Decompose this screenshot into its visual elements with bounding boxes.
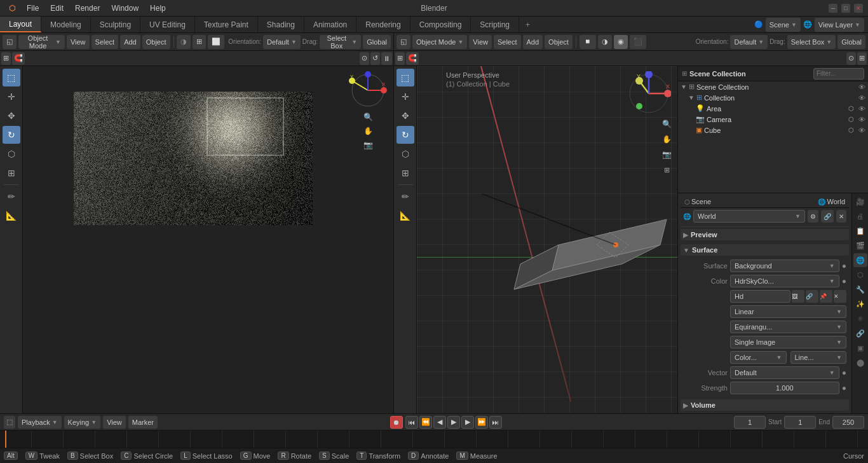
str-dot[interactable]: ●: [842, 384, 846, 392]
props-output-icon[interactable]: 🖨: [853, 209, 867, 223]
tab-layout[interactable]: Layout: [0, 17, 41, 32]
tab-texture-paint[interactable]: Texture Paint: [195, 17, 258, 32]
blender-logo[interactable]: ⬡: [4, 3, 20, 14]
prev-keyframe-btn[interactable]: ⏪: [419, 416, 432, 429]
right-shading4[interactable]: ⬛: [630, 35, 646, 49]
camera-left[interactable]: 📷: [362, 139, 374, 151]
props-physics-icon[interactable]: ⚛: [853, 312, 867, 326]
props-scene-icon[interactable]: 🎬: [853, 238, 867, 252]
props-constraints-icon[interactable]: 🔗: [853, 326, 867, 340]
tab-uv-editing[interactable]: UV Editing: [140, 17, 195, 32]
left-viewport-icon[interactable]: ◱: [3, 35, 17, 49]
vector-dropdown[interactable]: Default ▼: [730, 366, 839, 379]
world-name-input[interactable]: World ▼: [693, 210, 805, 223]
scale-tool-btn[interactable]: ⬡: [3, 145, 20, 163]
right-shading1[interactable]: ◽: [580, 35, 596, 49]
right-viewport-icon[interactable]: ◱: [397, 35, 410, 49]
right-prop[interactable]: ⊙: [846, 52, 856, 65]
jump-end-btn[interactable]: ⏭: [489, 416, 502, 429]
area-light-item[interactable]: 💡 Area ⬡ 👁: [678, 103, 868, 114]
close-btn[interactable]: ✕: [854, 4, 863, 13]
grid-right[interactable]: ⊞: [660, 163, 674, 177]
right-add-btn[interactable]: Add: [523, 35, 543, 49]
timeline-track[interactable]: [0, 431, 868, 448]
volume-section-header[interactable]: ▶ Volume: [681, 399, 849, 411]
keying-btn[interactable]: Keying ▼: [64, 416, 101, 429]
playback-btn[interactable]: Playback ▼: [18, 416, 62, 429]
left-orientation-btn[interactable]: Default ▼: [263, 35, 301, 49]
props-material-icon[interactable]: ⬤: [853, 356, 867, 370]
r-transform-btn[interactable]: ⊞: [397, 164, 414, 182]
strength-input[interactable]: 1.000: [730, 382, 839, 394]
tab-scripting[interactable]: Scripting: [471, 17, 519, 32]
props-object-icon[interactable]: ⬡: [853, 268, 867, 282]
camera-item[interactable]: 📷 Camera ⬡ 👁: [678, 114, 868, 125]
tab-modeling[interactable]: Modeling: [41, 17, 91, 32]
left-overlay-btn[interactable]: ⊞: [193, 35, 206, 49]
pan-right[interactable]: ✋: [660, 132, 674, 146]
viewport-3d[interactable]: User Perspective (1) Collection | Cube X: [417, 66, 677, 413]
tab-compositing[interactable]: Compositing: [410, 17, 471, 32]
left-viewport-shading[interactable]: ◑: [177, 35, 191, 49]
measure-btn[interactable]: 📐: [3, 207, 20, 225]
props-data-icon[interactable]: ▣: [853, 341, 867, 355]
left-transform-icon[interactable]: ⊞: [1, 52, 11, 65]
surface-section-header[interactable]: ▼ Surface: [681, 244, 849, 256]
right-shading3[interactable]: ◉: [614, 35, 628, 49]
right-global-btn[interactable]: Global: [837, 35, 865, 49]
right-drag-btn[interactable]: Select Box ▼: [787, 35, 836, 49]
left-undo-hist[interactable]: ↺: [370, 52, 380, 65]
color-value-btn[interactable]: HdrSkyClo... ▼: [730, 275, 839, 287]
cursor-tool-btn[interactable]: ✛: [3, 88, 20, 106]
si-dropdown[interactable]: Single Image ▼: [730, 336, 846, 349]
menu-render[interactable]: Render: [70, 3, 105, 14]
surface-value-btn[interactable]: Background ▼: [730, 259, 839, 272]
end-frame-input[interactable]: [832, 416, 864, 429]
timeline-icon[interactable]: ⬚: [4, 416, 15, 429]
vector-dot[interactable]: ●: [842, 368, 846, 377]
scene-collection-item[interactable]: ▼ ⊞ Scene Collection 👁: [678, 81, 868, 92]
left-object-btn[interactable]: Object: [142, 35, 170, 49]
hd-close-btn[interactable]: ✕: [834, 290, 846, 303]
left-proportional-btn[interactable]: ⊙: [360, 52, 369, 65]
scene-dropdown[interactable]: Scene ▼: [766, 18, 801, 32]
record-btn[interactable]: ⏺: [390, 416, 403, 429]
left-add-btn[interactable]: Add: [120, 35, 140, 49]
equirect-dropdown[interactable]: Equirangu... ▼: [730, 321, 846, 333]
r-select-btn[interactable]: ⬚: [397, 69, 414, 86]
menu-file[interactable]: File: [22, 3, 44, 14]
color-dot[interactable]: ●: [842, 277, 846, 286]
left-drag-btn[interactable]: Select Box ▼: [320, 35, 361, 49]
menu-edit[interactable]: Edit: [45, 3, 69, 14]
right-view-btn[interactable]: View: [469, 35, 492, 49]
r-cursor-btn[interactable]: ✛: [397, 88, 414, 106]
zoom-in-right[interactable]: 🔍: [660, 117, 674, 131]
move-tool-btn[interactable]: ✥: [3, 107, 20, 125]
add-workspace-btn[interactable]: +: [519, 17, 536, 32]
right-orientation-btn[interactable]: Default ▼: [730, 35, 768, 49]
maximize-btn[interactable]: □: [841, 4, 850, 13]
transform-tool-btn[interactable]: ⊞: [3, 164, 20, 182]
left-global-btn[interactable]: Global: [363, 35, 391, 49]
linear-dropdown[interactable]: Linear ▼: [730, 305, 846, 318]
world-new-btn[interactable]: ✕: [836, 210, 846, 223]
world-settings-btn[interactable]: ⚙: [808, 210, 818, 223]
area-eye[interactable]: 👁: [858, 105, 865, 113]
cube-item[interactable]: ▣ Cube ⬡ 👁: [678, 125, 868, 135]
minimize-btn[interactable]: ─: [829, 4, 837, 13]
outliner-search[interactable]: [813, 68, 864, 79]
camera-right[interactable]: 📷: [660, 148, 674, 162]
tab-sculpting[interactable]: Sculpting: [91, 17, 140, 32]
r-rotate-btn[interactable]: ↻: [397, 126, 414, 144]
camera-eye[interactable]: 👁: [858, 116, 865, 123]
world-link-btn[interactable]: 🔗: [821, 210, 834, 223]
annotate-btn[interactable]: ✏: [3, 188, 20, 205]
menu-help[interactable]: Help: [145, 3, 171, 14]
left-snap-btn[interactable]: 🧲: [12, 52, 25, 65]
left-select-btn[interactable]: Select: [92, 35, 119, 49]
r-annotate[interactable]: ✏: [397, 188, 414, 205]
props-world-icon[interactable]: 🌐: [853, 253, 867, 267]
jump-start-btn[interactable]: ⏮: [405, 416, 418, 429]
surface-dot[interactable]: ●: [842, 261, 846, 270]
r-move-btn[interactable]: ✥: [397, 107, 414, 125]
